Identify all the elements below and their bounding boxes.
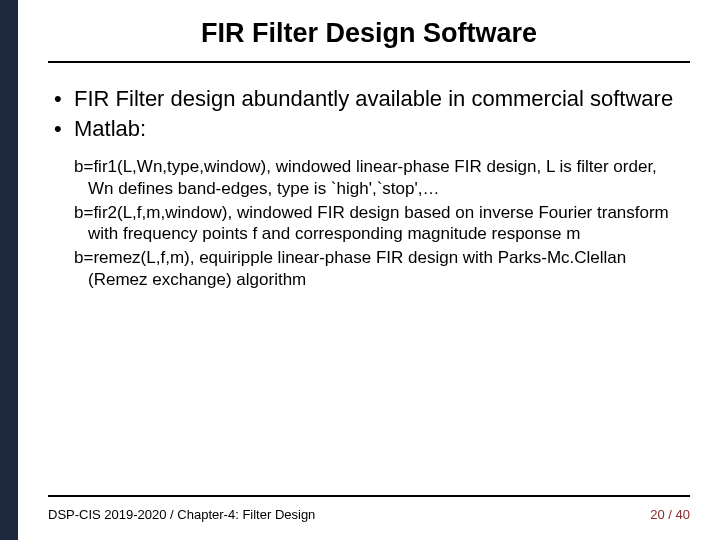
page-number: 20 / 40 [650,507,690,522]
bullet-list: FIR Filter design abundantly available i… [52,85,686,142]
footer: DSP-CIS 2019-2020 / Chapter-4: Filter De… [18,495,720,540]
slide-title: FIR Filter Design Software [48,18,690,49]
code-item: b=remez(L,f,m), equiripple linear-phase … [74,247,686,291]
code-item: b=fir2(L,f,m,window), windowed FIR desig… [74,202,686,246]
slide-body: FIR Filter Design Software FIR Filter de… [18,0,720,540]
bullet-item: Matlab: [52,115,686,143]
content-area: FIR Filter design abundantly available i… [18,63,720,540]
code-item: b=fir1(L,Wn,type,window), windowed linea… [74,156,686,200]
bullet-item: FIR Filter design abundantly available i… [52,85,686,113]
footer-left: DSP-CIS 2019-2020 / Chapter-4: Filter De… [48,507,315,522]
code-block: b=fir1(L,Wn,type,window), windowed linea… [52,156,686,291]
footer-row: DSP-CIS 2019-2020 / Chapter-4: Filter De… [48,507,690,522]
divider-bottom [48,495,690,497]
title-area: FIR Filter Design Software [18,0,720,57]
left-accent-bar [0,0,18,540]
